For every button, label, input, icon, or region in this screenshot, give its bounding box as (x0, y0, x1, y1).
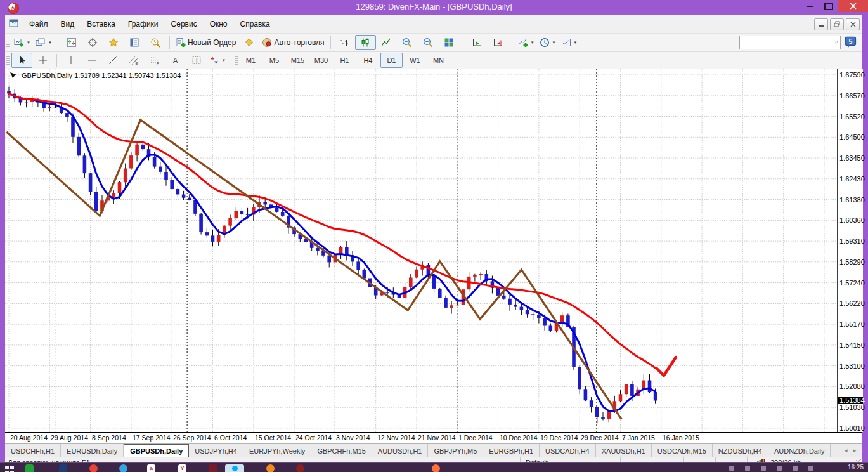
zoom-in-button[interactable] (397, 35, 418, 50)
menu-Вид[interactable]: Вид (55, 16, 81, 32)
tile-windows-button[interactable] (439, 35, 460, 50)
chart-tab-EURGBPh,H1[interactable]: EURGBPh,H1 (483, 444, 540, 457)
toolbar-grip[interactable] (235, 55, 238, 66)
tray-icon[interactable] (761, 466, 766, 471)
arrows-tool-button[interactable]: ▼ (207, 53, 228, 68)
skype-window-icon[interactable] (225, 464, 244, 472)
chart-tab-USDCADh,M15[interactable]: USDCADh,M15 (652, 444, 713, 457)
notifications-bubble-icon[interactable]: 5 (843, 36, 858, 49)
chevron-down-icon[interactable]: ▼ (574, 41, 578, 44)
chart-tab-EURJPYh,Weekly[interactable]: EURJPYh,Weekly (243, 444, 311, 457)
price-axis[interactable]: 1.675901.665701.655201.645001.634501.624… (837, 69, 863, 432)
horizontal-line-tool-button[interactable] (81, 53, 102, 68)
periods-button[interactable]: ▼ (537, 35, 559, 50)
timeframe-M5-button[interactable]: M5 (263, 53, 285, 68)
tray-icon[interactable] (793, 466, 798, 471)
chart-tab-USDCADh,H4[interactable]: USDCADh,H4 (540, 444, 596, 457)
red-app-icon[interactable] (209, 464, 217, 472)
darkred-app-icon[interactable] (296, 464, 304, 472)
chart-shift-button[interactable] (488, 35, 508, 50)
chart-tab-USDJPYh,H4[interactable]: USDJPYh,H4 (189, 444, 243, 457)
strategy-tester-button[interactable] (145, 35, 166, 50)
chart-tab-AUDUSDh,H1[interactable]: AUDUSDh,H1 (372, 444, 429, 457)
navigator-button[interactable] (103, 35, 124, 50)
search-box[interactable] (739, 36, 841, 49)
chevron-down-icon[interactable]: ▼ (222, 58, 226, 62)
time-axis[interactable]: 20 Aug 201429 Aug 20148 Sep 201417 Sep 2… (5, 432, 862, 443)
tray-icon[interactable] (729, 466, 734, 471)
yandex-browser-icon[interactable]: Y (178, 464, 186, 472)
chart-tab-NZDUSDh,H4[interactable]: NZDUSDh,H4 (713, 444, 768, 457)
mdi-minimize-button[interactable] (814, 18, 828, 30)
chart-tab-EURUSDh,Daily[interactable]: EURUSDh,Daily (61, 444, 124, 457)
menu-Справка[interactable]: Справка (234, 16, 276, 32)
mdi-restore-button[interactable] (830, 18, 844, 30)
toolbar-grip[interactable] (6, 55, 10, 66)
market-watch-button[interactable] (62, 35, 82, 50)
line-mode-button[interactable] (376, 35, 397, 50)
chevron-down-icon[interactable]: ▼ (531, 41, 534, 44)
bars-mode-button[interactable] (334, 35, 355, 50)
search-icon[interactable] (835, 37, 839, 48)
cursor-tool-button[interactable] (11, 53, 32, 68)
timeframe-MN-button[interactable]: MN (427, 53, 450, 68)
chevron-down-icon[interactable]: ▼ (552, 41, 556, 44)
profiles-button[interactable]: ▼ (33, 35, 55, 50)
menu-Вставка[interactable]: Вставка (81, 16, 122, 32)
menu-Сервис[interactable]: Сервис (165, 16, 204, 32)
firefox-icon[interactable] (432, 464, 440, 472)
terminal-button[interactable] (124, 35, 145, 50)
tray-icon[interactable] (777, 466, 782, 471)
vertical-line-tool-button[interactable] (60, 53, 81, 68)
menu-Окно[interactable]: Окно (204, 16, 234, 32)
tray-icon[interactable] (808, 466, 813, 471)
trendline-tool-button[interactable] (102, 53, 123, 68)
timeframe-H4-button[interactable]: H4 (357, 53, 379, 68)
start-button[interactable] (5, 464, 15, 472)
word-app-icon[interactable] (59, 464, 67, 472)
chart-tab-GBPCHFh,M15[interactable]: GBPCHFh,M15 (311, 444, 372, 457)
menu-Файл[interactable]: Файл (23, 16, 55, 32)
mdi-close-button[interactable] (846, 18, 860, 30)
chart-tab-AUDNZDh,Daily[interactable]: AUDNZDh,Daily (768, 444, 831, 457)
data-window-button[interactable] (82, 35, 103, 50)
chart-tab-USDCHFh,H1[interactable]: USDCHFh,H1 (5, 444, 61, 457)
fibonacci-tool-button[interactable]: F (144, 53, 165, 68)
timeframe-H1-button[interactable]: H1 (334, 53, 356, 68)
chevron-down-icon[interactable]: ▼ (48, 41, 52, 44)
text-label-tool-button[interactable]: T (186, 53, 207, 68)
chart-tab-XAUUSDh,H1[interactable]: XAUUSDh,H1 (596, 444, 652, 457)
tab-scroll-right-icon[interactable]: ► (852, 448, 857, 454)
chart-tab-GBPUSDh,Daily[interactable]: GBPUSDh,Daily (124, 444, 189, 457)
timeframe-M1-button[interactable]: M1 (240, 53, 262, 68)
auto-scroll-button[interactable] (467, 35, 488, 50)
crosshair-tool-button[interactable] (32, 53, 53, 68)
zoom-out-button[interactable] (418, 35, 439, 50)
amigo-browser-icon[interactable]: a (147, 464, 155, 472)
metaeditor-button[interactable] (238, 35, 259, 50)
timeframe-D1-button[interactable]: D1 (380, 53, 403, 68)
candlestick-chart[interactable] (5, 69, 837, 432)
store-app-icon[interactable] (25, 464, 34, 472)
chart-tab-GBPJPYh,M5[interactable]: GBPJPYh,M5 (428, 444, 483, 457)
chrome-icon[interactable] (89, 464, 98, 472)
channel-tool-button[interactable]: E (123, 53, 144, 68)
autotrading-button[interactable]: Авто-торговля (259, 35, 327, 50)
timeframe-M30-button[interactable]: M30 (310, 53, 332, 68)
telegram-icon[interactable] (119, 464, 127, 472)
toolbar-grip[interactable] (6, 37, 10, 48)
timeframe-W1-button[interactable]: W1 (404, 53, 426, 68)
tray-icon[interactable] (745, 466, 750, 471)
orange-app-icon[interactable] (266, 464, 275, 472)
menu-Графики[interactable]: Графики (122, 16, 165, 32)
search-input[interactable] (740, 37, 835, 48)
timeframe-M15-button[interactable]: M15 (287, 53, 309, 68)
templates-button[interactable]: ▼ (559, 35, 580, 50)
text-tool-button[interactable]: A (165, 53, 186, 68)
new-order-button[interactable]: Новый Ордер (173, 35, 238, 50)
tab-scroll-left-icon[interactable]: ◄ (843, 448, 848, 454)
chevron-down-icon[interactable]: ▼ (27, 41, 30, 44)
candles-mode-button[interactable] (355, 35, 376, 50)
new-chart-button[interactable]: ▼ (11, 35, 33, 50)
indicators-list-button[interactable]: ▼ (515, 35, 537, 50)
